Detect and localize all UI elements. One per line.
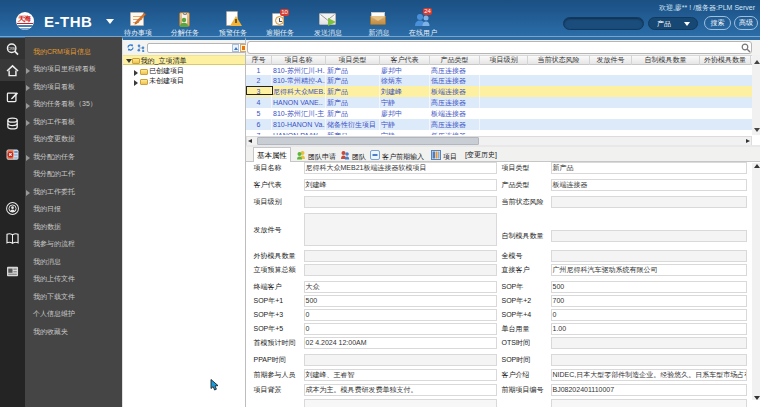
svg-text:CRM: CRM (8, 47, 16, 51)
